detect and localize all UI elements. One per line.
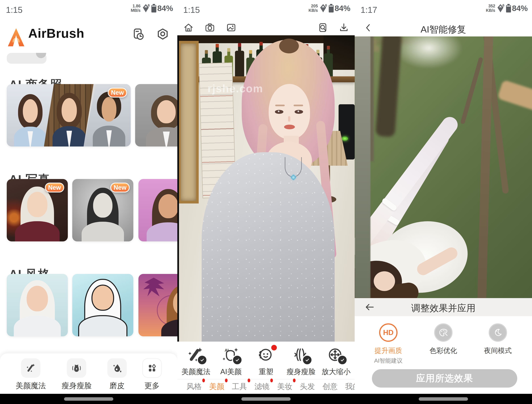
editing-photo-canvas[interactable]: rjshe.com	[177, 35, 355, 342]
tool-reshape[interactable]: 重塑	[250, 346, 282, 377]
system-nav-bar	[177, 394, 355, 404]
slim-body-icon	[292, 346, 310, 365]
reshape-face-icon	[257, 346, 275, 365]
battery-icon	[329, 4, 334, 13]
card-fantasy-portrait[interactable]: New	[7, 179, 68, 241]
battery-icon	[151, 4, 156, 13]
night-mode-icon	[489, 323, 507, 342]
mobile-data-icon: 6	[320, 4, 327, 13]
new-badge: New	[110, 183, 130, 192]
red-dot-badge	[248, 378, 250, 382]
slim-body-icon	[67, 358, 86, 378]
more-grid-icon	[142, 358, 162, 378]
card-pink-portrait[interactable]	[139, 179, 177, 241]
repair-photo-preview[interactable]	[355, 37, 532, 298]
tab-my-tools[interactable]: 我的工	[345, 381, 355, 392]
adjust-header: 调整效果并应用	[355, 298, 532, 316]
new-badge: New	[45, 183, 64, 192]
settings-nut-icon[interactable]	[156, 27, 170, 41]
adjust-title: 调整效果并应用	[355, 302, 532, 314]
tab-filters[interactable]: 滤镜	[254, 381, 270, 392]
app-header: AirBrush	[0, 22, 177, 51]
tab-hair[interactable]: 头发	[300, 381, 315, 392]
red-dot-badge	[293, 378, 296, 382]
apply-effects-button[interactable]: 应用所选效果	[372, 369, 517, 388]
toolbar-item-smooth-skin[interactable]: 磨皮	[107, 358, 127, 391]
card-vaporwave-style[interactable]	[139, 274, 177, 336]
tool-beauty-magic[interactable]: 美颜魔法	[179, 346, 212, 377]
clock-time: 1:15	[6, 5, 23, 15]
network-speed: 1.86MB/s	[131, 4, 140, 13]
tool-slim[interactable]: 瘦身瘦脸	[285, 346, 317, 377]
mobile-data-icon: 6	[142, 4, 149, 13]
quick-toolbar: 美颜魔法 瘦身瘦脸 磨皮 更多	[0, 353, 177, 394]
card-vintage-bw[interactable]: New	[72, 179, 133, 241]
option-color-optimize[interactable]: 色彩优化	[419, 323, 468, 355]
toolbar-item-more[interactable]: 更多	[142, 358, 162, 391]
new-badge: New	[108, 88, 127, 97]
option-night-mode[interactable]: 夜间模式	[473, 323, 522, 355]
check-badge-icon	[197, 355, 207, 365]
magic-wand-icon	[21, 358, 40, 378]
editor-top-bar	[177, 20, 355, 35]
check-badge-icon	[337, 355, 348, 365]
clock-time: 1:17	[361, 5, 377, 15]
card-business-triptych[interactable]: New	[7, 84, 131, 147]
check-badge-icon	[302, 355, 312, 365]
photo-watermark: rjshe.com	[208, 82, 263, 95]
tool-zoom-resize[interactable]: 放大缩小	[320, 346, 353, 377]
battery-percent: 84%	[157, 4, 173, 13]
toolbar-item-slim[interactable]: 瘦身瘦脸	[61, 358, 92, 391]
home-icon[interactable]	[183, 22, 194, 33]
screen-home: 1:15 1.86MB/s 6 84% AirBrush	[0, 0, 177, 404]
status-bar: 1:15 1.86MB/s 6 84%	[0, 0, 177, 20]
card-business-gray[interactable]	[135, 84, 177, 147]
photo-history-icon[interactable]	[131, 27, 146, 41]
network-speed: 352KB/s	[486, 4, 495, 13]
tab-creative[interactable]: 创意	[323, 381, 338, 392]
download-icon[interactable]	[339, 22, 349, 33]
scrolled-banner-remnant	[7, 53, 46, 64]
option-sublabel: AI智能建议	[374, 357, 402, 365]
smooth-skin-drop-icon	[107, 358, 127, 378]
palette-icon	[434, 323, 453, 342]
zoom-resize-icon	[327, 346, 345, 365]
red-dot-badge	[271, 345, 277, 350]
battery-percent: 84%	[335, 4, 350, 13]
tool-ai-beauty[interactable]: AI美颜	[215, 346, 247, 377]
editor-tool-row: 美颜魔法 AI美颜 重塑 瘦	[177, 342, 355, 379]
tab-beauty[interactable]: 美颜	[209, 381, 224, 392]
repair-title-bar: AI智能修复	[355, 20, 532, 37]
magic-wand-icon	[187, 346, 205, 365]
gallery-icon[interactable]	[226, 22, 236, 33]
home-indicator[interactable]	[241, 397, 291, 401]
system-nav-bar	[0, 394, 177, 404]
screen-editor: 1:15 205KB/s 6 84%	[177, 0, 355, 404]
red-dot-badge	[202, 378, 205, 382]
home-indicator[interactable]	[419, 397, 468, 401]
hd-badge: HD	[379, 323, 398, 342]
app-title: AirBrush	[28, 26, 84, 41]
tab-tools[interactable]: 工具	[232, 381, 247, 392]
status-bar: 1:15 205KB/s 6 84%	[177, 0, 355, 20]
airbrush-logo-icon	[8, 28, 24, 46]
scan-search-icon[interactable]	[317, 22, 328, 33]
page-title: AI智能修复	[355, 23, 532, 36]
battery-icon	[506, 4, 511, 13]
network-speed: 205KB/s	[309, 4, 318, 13]
system-nav-bar	[355, 394, 532, 404]
editor-category-tabs: 风格 美颜 工具 滤镜 美妆 头发 创意 我的工	[177, 379, 355, 394]
red-dot-badge	[225, 378, 228, 382]
camera-icon[interactable]	[205, 22, 215, 33]
home-indicator[interactable]	[64, 397, 113, 401]
status-bar: 1:17 352KB/s 6 84%	[355, 0, 532, 20]
toolbar-item-beauty-magic[interactable]: 美颜魔法	[16, 358, 46, 391]
tab-makeup[interactable]: 美妆	[277, 381, 292, 392]
screen-repair: 1:17 352KB/s 6 84% AI智能修复	[355, 0, 532, 404]
tab-style[interactable]: 风格	[187, 381, 202, 392]
card-comic-style[interactable]	[72, 274, 133, 336]
card-pale-style[interactable]	[7, 274, 68, 336]
ai-face-icon	[222, 346, 240, 365]
option-enhance-quality[interactable]: HD 提升画质 AI智能建议	[364, 323, 413, 365]
battery-percent: 84%	[512, 4, 528, 13]
